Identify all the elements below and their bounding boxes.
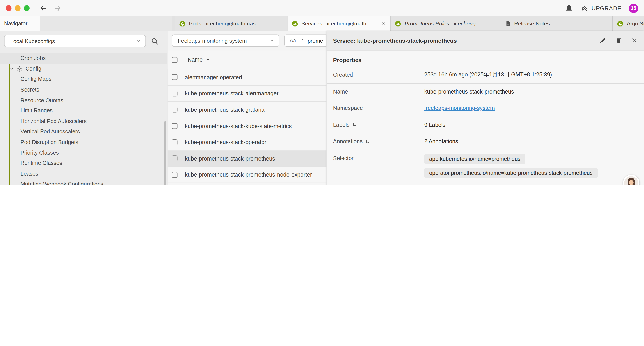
services-table: alertmanager-operatedkube-prometheus-sta…	[168, 69, 326, 185]
upgrade-button[interactable]: UPGRADE	[580, 4, 622, 12]
service-name: kube-prometheus-stack-prometheus	[185, 155, 275, 162]
namespace-selector-value: freeleaps-monitoring-system	[178, 37, 269, 43]
table-row[interactable]: kube-prometheus-stack-thanos-ruler	[168, 183, 326, 185]
match-case-toggle[interactable]: Aa	[290, 38, 296, 43]
kubernetes-icon	[292, 20, 298, 27]
document-icon	[505, 20, 511, 27]
sidebar-item-mutating-webhook-configurations[interactable]: Mutating Webhook Configurations	[0, 179, 167, 185]
sidebar-item-priority-classes[interactable]: Priority Classes	[0, 147, 167, 158]
close-window-button[interactable]	[6, 5, 12, 11]
table-row[interactable]: kube-prometheus-stack-grafana	[168, 102, 326, 118]
row-checkbox[interactable]	[172, 91, 177, 96]
details-header: Service: kube-prometheus-stack-prometheu…	[326, 31, 644, 50]
detail-label-text: Annotations	[333, 138, 363, 145]
detail-label-text: Selector	[333, 155, 354, 161]
detail-value: 9 Labels	[424, 122, 644, 128]
notification-count-badge[interactable]: 15	[629, 3, 638, 13]
service-name: kube-prometheus-stack-operator	[185, 139, 266, 145]
table-row[interactable]: kube-prometheus-stack-kube-state-metrics	[168, 118, 326, 134]
detail-label-text: Created	[333, 72, 353, 78]
row-checkbox[interactable]	[172, 156, 177, 161]
app-tab[interactable]: Argo Se	[613, 16, 644, 31]
section-heading: Properties	[326, 50, 644, 66]
service-name: kube-prometheus-stack-kube-state-metrics	[185, 123, 292, 129]
app-tab[interactable]: Services - icecheng@math...	[288, 16, 390, 31]
search-value: prome	[308, 37, 323, 43]
detail-row-labels: Labels9 Labels	[326, 116, 644, 133]
sidebar-item-pod-disruption-budgets[interactable]: Pod Disruption Budgets	[0, 137, 167, 147]
app-tab[interactable]: Prometheus Rules - icecheng...	[390, 16, 501, 31]
app-window: UPGRADE 15 Navigator Pods - icecheng@mat…	[0, 0, 644, 185]
app-tab[interactable]: Release Notes	[501, 16, 613, 31]
detail-row-annotations: Annotations2 Annotations	[326, 133, 644, 150]
sidebar-item-limit-ranges[interactable]: Limit Ranges	[0, 105, 167, 116]
sidebar-item-resource-quotas[interactable]: Resource Quotas	[0, 95, 167, 106]
window-titlebar: UPGRADE 15	[0, 0, 644, 16]
table-row[interactable]: alertmanager-operated	[168, 69, 326, 86]
sidebar-item-label: Horizontal Pod Autoscalers	[20, 118, 86, 124]
sidebar-item-label: Limit Ranges	[20, 107, 52, 114]
list-search-input[interactable]: Aa .* prome	[284, 34, 326, 47]
detail-row-name: Namekube-prometheus-stack-prometheus	[326, 83, 644, 100]
row-checkbox[interactable]	[172, 172, 177, 178]
sidebar-item-label: Resource Quotas	[20, 97, 63, 103]
notifications-bell-icon[interactable]	[565, 4, 573, 12]
detail-row-selector: Selectorapp.kubernetes.io/name=prometheu…	[326, 150, 644, 182]
service-name: kube-prometheus-stack-alertmanager	[185, 90, 278, 97]
name-column-header[interactable]: Name	[188, 57, 211, 63]
kubeconfig-selector[interactable]: Local Kubeconfigs	[4, 35, 146, 47]
table-row[interactable]: kube-prometheus-stack-prometheus	[168, 151, 326, 167]
detail-value-link[interactable]: freeleaps-monitoring-system	[424, 105, 644, 111]
value-chip: operator.prometheus.io/name=kube-prometh…	[424, 168, 598, 178]
sidebar-item-config-maps[interactable]: Config Maps	[0, 74, 167, 84]
kubernetes-icon	[617, 20, 624, 27]
back-icon[interactable]	[40, 4, 48, 12]
close-icon[interactable]	[631, 37, 638, 43]
sidebar-item-vertical-pod-autoscalers[interactable]: Vertical Pod Autoscalers	[0, 126, 167, 137]
sidebar-item-runtime-classes[interactable]: Runtime Classes	[0, 158, 167, 168]
kubernetes-icon	[395, 20, 401, 27]
detail-label-text: Namespace	[333, 105, 363, 111]
detail-value: kube-prometheus-stack-prometheus	[424, 88, 644, 95]
gear-icon	[16, 66, 22, 72]
details-body: PropertiesCreated253d 16h 6m ago (2025年1…	[326, 50, 644, 185]
row-checkbox[interactable]	[172, 74, 177, 80]
sort-toggle-icon[interactable]	[365, 139, 370, 144]
tab-label: Release Notes	[514, 20, 608, 27]
tab-strip: Navigator Pods - icecheng@mathmas...Serv…	[0, 16, 644, 31]
detail-label-text: Labels	[333, 122, 350, 128]
sort-toggle-icon[interactable]	[352, 122, 357, 127]
detail-value: 2 Annotations	[424, 138, 644, 145]
namespace-selector[interactable]: freeleaps-monitoring-system	[172, 34, 280, 47]
minimize-window-button[interactable]	[15, 5, 20, 11]
zoom-window-button[interactable]	[24, 5, 30, 11]
row-checkbox[interactable]	[172, 123, 177, 129]
sidebar-search-icon[interactable]	[151, 37, 159, 45]
regex-toggle[interactable]: .*	[300, 38, 304, 43]
sidebar-item-cron-jobs[interactable]: Cron Jobs	[0, 53, 167, 63]
table-row[interactable]: kube-prometheus-stack-operator	[168, 134, 326, 150]
edit-pencil-icon[interactable]	[599, 37, 606, 44]
sidebar-item-label: Vertical Pod Autoscalers	[20, 129, 80, 135]
sidebar-item-config[interactable]: Config	[0, 63, 167, 74]
app-tab[interactable]: Pods - icecheng@mathmas...	[175, 16, 287, 31]
sidebar-item-leases[interactable]: Leases	[0, 168, 167, 179]
kubernetes-icon	[179, 20, 186, 27]
chevron-down-icon[interactable]	[9, 66, 14, 71]
table-row[interactable]: kube-prometheus-stack-prometheus-node-ex…	[168, 167, 326, 183]
forward-icon[interactable]	[54, 4, 62, 12]
delete-trash-icon[interactable]	[615, 37, 622, 44]
navigator-pane-tab[interactable]: Navigator	[0, 16, 40, 31]
detail-label: Name	[333, 88, 424, 95]
sidebar-item-secrets[interactable]: Secrets	[0, 84, 167, 95]
detail-label: Namespace	[333, 105, 424, 111]
close-tab-icon[interactable]	[381, 21, 386, 26]
navigator-sidebar: Local Kubeconfigs Cron JobsConfigConfig …	[0, 31, 168, 185]
sidebar-scrollbar[interactable]	[164, 121, 166, 185]
sidebar-item-label: Leases	[20, 171, 38, 177]
row-checkbox[interactable]	[172, 139, 177, 145]
sidebar-item-horizontal-pod-autoscalers[interactable]: Horizontal Pod Autoscalers	[0, 116, 167, 126]
row-checkbox[interactable]	[172, 107, 177, 113]
table-row[interactable]: kube-prometheus-stack-alertmanager	[168, 86, 326, 102]
select-all-checkbox[interactable]	[172, 57, 177, 63]
